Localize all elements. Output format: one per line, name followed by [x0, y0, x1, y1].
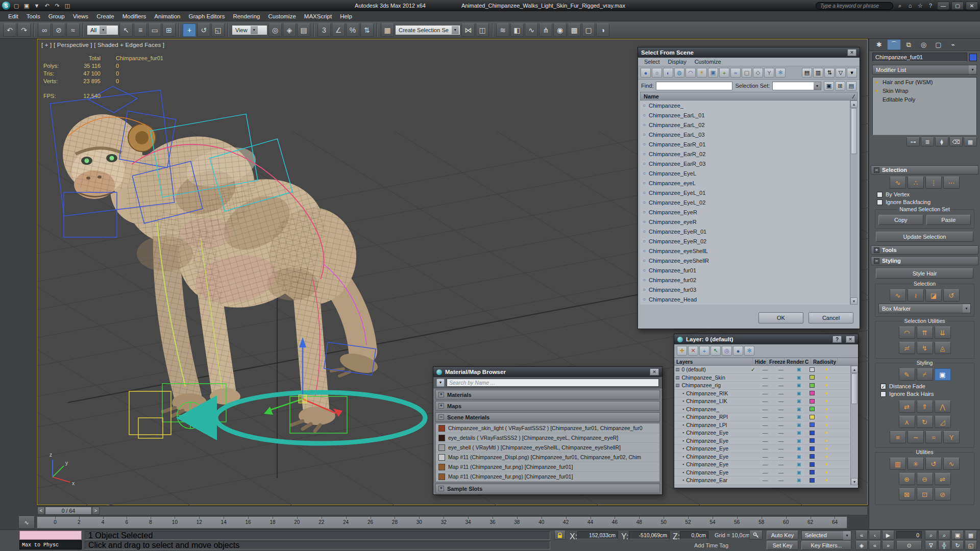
- scene-list-item[interactable]: ○Chimpanzee_Head: [640, 294, 850, 304]
- by-vertex-checkbox[interactable]: By Vertex: [877, 191, 972, 197]
- orbit-icon[interactable]: ↻: [951, 541, 964, 550]
- display-none-icon[interactable]: ○: [652, 68, 662, 78]
- close-icon[interactable]: ✕: [846, 336, 855, 343]
- maxscript-mini-listener[interactable]: Max to Physc: [19, 540, 82, 549]
- menu-item[interactable]: Views: [69, 12, 92, 20]
- display-shapes-icon[interactable]: ◠: [685, 68, 696, 78]
- modifier-list-dropdown[interactable]: Modifier List▾: [872, 65, 977, 74]
- maximize-button[interactable]: ▢: [951, 2, 964, 10]
- select-and-link-icon[interactable]: ∞: [38, 23, 51, 37]
- list-scrollbar[interactable]: ▴▾: [850, 366, 858, 485]
- ignore-backfacing-checkbox[interactable]: Ignore Backfacing: [877, 199, 972, 205]
- scene-list-item[interactable]: ○Chimpanzee_EyeL_02: [640, 197, 850, 207]
- tab-utilities[interactable]: ⌁: [946, 39, 960, 50]
- display-xrefs-icon[interactable]: ◇: [753, 68, 763, 78]
- freeze-all-icon[interactable]: ✻: [744, 346, 754, 356]
- reference-coordinate-dropdown[interactable]: View▾: [232, 25, 267, 35]
- communication-center-icon[interactable]: ⌂: [905, 2, 915, 10]
- unlink-selection-icon[interactable]: ⊘: [52, 23, 65, 37]
- go-to-start-icon[interactable]: «: [855, 531, 868, 540]
- layer-row[interactable]: ▪Chimpanzee_Eye — — ▣ ●: [674, 461, 850, 469]
- hair-scale-icon[interactable]: ◿: [935, 416, 951, 428]
- selection-set-combo[interactable]: ▾: [772, 82, 821, 90]
- scene-list-item[interactable]: ○Chimpanzee_fur03: [640, 285, 850, 294]
- close-icon[interactable]: ✕: [650, 368, 659, 375]
- set-keys-button[interactable]: [749, 531, 763, 540]
- render-toggle[interactable]: ▣: [790, 375, 808, 380]
- freeze-toggle[interactable]: —: [772, 398, 790, 404]
- select-by-name-icon[interactable]: ≡: [134, 23, 147, 37]
- y-coordinate-field[interactable]: -510,069cm: [629, 531, 670, 539]
- layer-color-swatch[interactable]: [808, 470, 816, 474]
- ok-button[interactable]: OK: [758, 312, 803, 323]
- previous-key-icon[interactable]: «: [869, 541, 881, 550]
- freeze-toggle[interactable]: —: [772, 390, 790, 396]
- layer-row[interactable]: ▤0 (default) ✓ — — ▣ ●: [674, 366, 850, 374]
- curve-editor-icon[interactable]: ∿: [525, 23, 538, 37]
- dialog-menu-item[interactable]: Display: [664, 58, 691, 65]
- key-mode-dropdown[interactable]: Selected▾: [801, 531, 851, 540]
- select-and-rotate-icon[interactable]: ↺: [197, 23, 210, 37]
- render-toggle[interactable]: ▣: [790, 478, 808, 483]
- select-hair-vertices-icon[interactable]: ∴: [908, 177, 924, 189]
- tab-hierarchy[interactable]: ⧉: [902, 39, 916, 50]
- render-toggle[interactable]: ▣: [790, 414, 808, 419]
- freeze-toggle[interactable]: —: [772, 430, 790, 436]
- tab-motion[interactable]: ◎: [917, 39, 930, 50]
- expand-icon[interactable]: +: [438, 486, 444, 491]
- expand-icon[interactable]: +: [438, 392, 444, 397]
- hide-toggle[interactable]: —: [758, 414, 772, 420]
- hide-toggle[interactable]: —: [758, 390, 772, 396]
- column-header[interactable]: Layers: [674, 358, 753, 365]
- radiosity-bulb-icon[interactable]: ●: [816, 470, 837, 475]
- select-hair-guides-icon[interactable]: ∿: [890, 177, 906, 189]
- track-bar[interactable]: 0246810121416182022242628303234363840424…: [37, 516, 847, 529]
- freeze-toggle[interactable]: —: [772, 469, 790, 475]
- show-end-result-icon[interactable]: ≣: [921, 137, 934, 146]
- material-entry[interactable]: Map #11 (Chimpanzee_fur.png) [Chimpanzee…: [436, 462, 659, 472]
- redo-icon[interactable]: ↷: [53, 2, 62, 10]
- hide-toggle[interactable]: —: [758, 438, 772, 444]
- layer-row[interactable]: ▪Chimpanzee_Ear — — ▣ ●: [674, 477, 850, 485]
- select-hair-tips-icon[interactable]: ⋯: [943, 177, 960, 189]
- display-groups-icon[interactable]: ▢: [742, 68, 752, 78]
- zoom-extents-icon[interactable]: ▣: [951, 531, 964, 540]
- maximize-viewport-toggle-icon[interactable]: ◱: [965, 541, 977, 550]
- time-slider-handle[interactable]: 0 / 64: [45, 507, 92, 515]
- spinner-snap-icon[interactable]: ⇅: [360, 23, 374, 37]
- layer-color-swatch[interactable]: [808, 367, 816, 372]
- save-file-icon[interactable]: ▼: [32, 2, 41, 10]
- angle-snap-icon[interactable]: ∠: [332, 23, 345, 37]
- layer-color-swatch[interactable]: [808, 438, 816, 443]
- dialog-title-bar[interactable]: Select From Scene✕: [638, 47, 860, 58]
- freeze-toggle[interactable]: —: [772, 382, 790, 388]
- scene-list-item[interactable]: ○Chimpanzee_fur01: [640, 265, 850, 275]
- hide-toggle[interactable]: —: [758, 430, 772, 436]
- expand-icon[interactable]: +: [438, 403, 444, 409]
- copy-button[interactable]: Copy: [878, 215, 923, 225]
- freeze-toggle[interactable]: —: [772, 406, 790, 412]
- display-bones-icon[interactable]: Y: [764, 68, 774, 78]
- menu-item[interactable]: Graph Editors: [184, 12, 229, 20]
- column-header[interactable]: C: [803, 358, 811, 365]
- layer-manager-icon[interactable]: ≋: [496, 23, 509, 37]
- hair-attenuate-icon[interactable]: ◠: [899, 327, 915, 339]
- layer-color-swatch[interactable]: [808, 446, 816, 451]
- dialog-title-bar[interactable]: Material/Map Browser✕: [433, 367, 662, 377]
- scene-list-item[interactable]: ○Chimpanzee_eyeShellR: [640, 256, 850, 265]
- hair-cut-icon[interactable]: ⌿: [917, 368, 933, 381]
- remove-modifier-icon[interactable]: ⌫: [949, 137, 963, 146]
- hair-invert-selection-icon[interactable]: ◪: [925, 289, 942, 302]
- hide-toggle[interactable]: —: [758, 454, 772, 460]
- schematic-view-icon[interactable]: ⋔: [539, 23, 552, 37]
- freeze-toggle[interactable]: —: [772, 422, 790, 428]
- display-all-icon[interactable]: ●: [641, 68, 651, 78]
- hair-puff-roots-icon[interactable]: ⋀: [935, 400, 951, 413]
- radiosity-bulb-icon[interactable]: ●: [816, 407, 837, 412]
- filter-icon[interactable]: ▽: [836, 68, 846, 78]
- scene-list-item[interactable]: ○Chimpanzee_EarL_02: [640, 120, 850, 130]
- radiosity-bulb-icon[interactable]: ●: [816, 430, 837, 435]
- keyboard-override-icon[interactable]: ▤: [297, 23, 310, 37]
- layer-color-swatch[interactable]: [808, 478, 816, 483]
- edit-named-sets-icon[interactable]: ▦: [381, 23, 394, 37]
